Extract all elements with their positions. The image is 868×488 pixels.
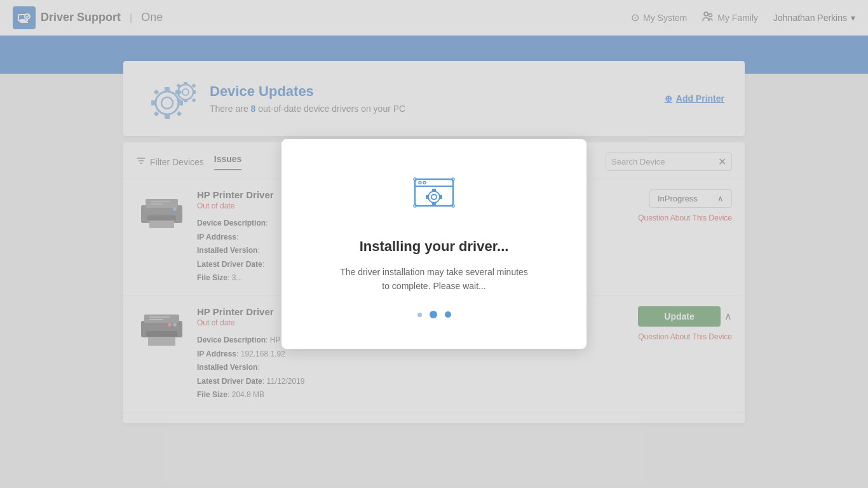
modal-overlay: Installing your driver... The driver ins… [0,0,868,488]
svg-point-57 [452,205,454,207]
dot-3 [445,311,451,318]
svg-rect-51 [432,202,436,205]
svg-point-46 [419,181,421,184]
svg-point-55 [452,178,454,180]
modal-description: The driver installation may take several… [340,265,528,294]
svg-rect-50 [432,189,436,192]
svg-point-48 [428,191,440,203]
modal-title: Installing your driver... [360,238,509,255]
svg-rect-53 [439,195,442,199]
installing-modal: Installing your driver... The driver ins… [281,139,587,349]
svg-point-54 [414,178,416,180]
svg-point-47 [423,181,426,184]
svg-rect-52 [426,195,429,199]
dot-1 [417,313,422,317]
modal-loading-dots [417,311,451,318]
svg-point-56 [414,205,416,207]
svg-point-49 [431,194,437,200]
installing-icon [409,170,459,223]
dot-2 [430,311,437,318]
